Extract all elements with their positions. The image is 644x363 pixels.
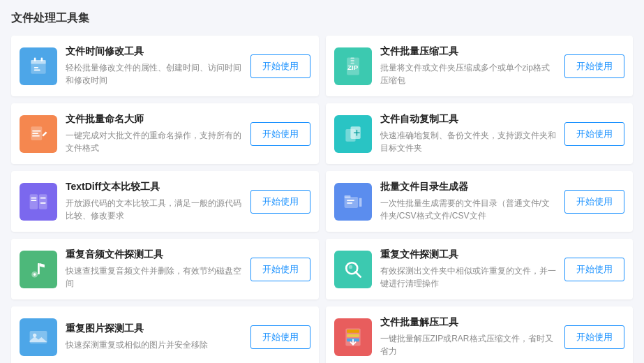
svg-rect-19 bbox=[31, 197, 36, 198]
tool-card-file-unzip: 文件批量解压工具一键批量解压ZIP或RAR格式压缩文件，省时又省力开始使用 bbox=[326, 306, 634, 363]
file-time-name: 文件时间修改工具 bbox=[66, 45, 242, 58]
audio-dup-name: 重复音频文件探测工具 bbox=[66, 249, 242, 261]
tool-card-file-zip: ZIP 文件批量压缩工具批量将文件或文件夹压缩成多个或单个zip格式压缩包开始使… bbox=[326, 36, 634, 96]
text-diff-name: TextDiff文本比较工具 bbox=[66, 181, 242, 193]
file-rename-name: 文件批量命名大师 bbox=[66, 113, 242, 126]
dir-gen-desc: 一次性批量生成需要的文件目录（普通文件/文件夹/CSV格式文件/CSV文件 bbox=[380, 197, 557, 222]
file-unzip-info: 文件批量解压工具一键批量解压ZIP或RAR格式压缩文件，省时又省力 bbox=[380, 316, 557, 357]
text-diff-start-button[interactable]: 开始使用 bbox=[250, 190, 310, 214]
file-unzip-desc: 一键批量解压ZIP或RAR格式压缩文件，省时又省力 bbox=[380, 332, 557, 357]
file-copy-desc: 快速准确地复制、备份文件夹，支持源文件夹和目标文件夹 bbox=[380, 129, 557, 154]
svg-rect-13 bbox=[32, 133, 38, 134]
file-rename-icon bbox=[20, 115, 57, 153]
img-dup-desc: 快速探测重复或相似的图片并安全移除 bbox=[66, 339, 242, 351]
file-time-icon bbox=[20, 47, 57, 85]
svg-point-29 bbox=[33, 273, 36, 276]
svg-rect-22 bbox=[40, 202, 46, 203]
file-rename-desc: 一键完成对大批文件的重命名操作，支持所有的文件格式 bbox=[66, 129, 242, 154]
svg-rect-3 bbox=[41, 57, 43, 61]
svg-line-32 bbox=[355, 272, 360, 276]
audio-dup-info: 重复音频文件探测工具快速查找重复音频文件并删除，有效节约磁盘空间 bbox=[66, 249, 242, 290]
file-zip-icon: ZIP bbox=[334, 47, 372, 85]
tool-card-audio-dup: 重复音频文件探测工具快速查找重复音频文件并删除，有效节约磁盘空间开始使用 bbox=[11, 239, 319, 299]
file-unzip-start-button[interactable]: 开始使用 bbox=[564, 325, 624, 349]
file-copy-name: 文件自动复制工具 bbox=[380, 113, 557, 126]
svg-rect-14 bbox=[32, 135, 40, 136]
file-time-info: 文件时间修改工具轻松批量修改文件的属性、创建时间、访问时间和修改时间 bbox=[66, 45, 242, 87]
file-time-start-button[interactable]: 开始使用 bbox=[250, 54, 310, 78]
tool-card-text-diff: TextDiff文本比较工具开放源代码的文本比较工具，满足一般的源代码比较、修改… bbox=[11, 171, 319, 232]
img-dup-start-button[interactable]: 开始使用 bbox=[250, 325, 310, 349]
svg-rect-4 bbox=[34, 66, 38, 68]
file-dup-name: 重复文件探测工具 bbox=[380, 249, 557, 261]
svg-rect-20 bbox=[31, 200, 36, 201]
tool-card-dir-gen: 批量文件目录生成器一次性批量生成需要的文件目录（普通文件/文件夹/CSV格式文件… bbox=[326, 171, 634, 232]
file-unzip-name: 文件批量解压工具 bbox=[380, 316, 557, 329]
dir-gen-icon bbox=[334, 183, 372, 221]
svg-rect-30 bbox=[38, 263, 40, 274]
audio-dup-icon bbox=[20, 251, 57, 288]
text-diff-info: TextDiff文本比较工具开放源代码的文本比较工具，满足一般的源代码比较、修改… bbox=[66, 181, 242, 222]
file-zip-name: 文件批量压缩工具 bbox=[380, 45, 557, 58]
tool-card-file-time: 文件时间修改工具轻松批量修改文件的属性、创建时间、访问时间和修改时间开始使用 bbox=[11, 36, 319, 96]
svg-rect-37 bbox=[347, 329, 359, 332]
img-dup-info: 重复图片探测工具快速探测重复或相似的图片并安全移除 bbox=[66, 323, 242, 351]
audio-dup-desc: 快速查找重复音频文件并删除，有效节约磁盘空间 bbox=[66, 265, 242, 290]
svg-rect-27 bbox=[347, 202, 352, 203]
svg-rect-26 bbox=[347, 200, 354, 201]
file-copy-info: 文件自动复制工具快速准确地复制、备份文件夹，支持源文件夹和目标文件夹 bbox=[380, 113, 557, 154]
svg-rect-9 bbox=[350, 60, 354, 61]
file-dup-start-button[interactable]: 开始使用 bbox=[564, 258, 624, 281]
file-dup-icon bbox=[334, 251, 372, 288]
file-dup-desc: 有效探测出文件夹中相似或许重复的文件，并一键进行清理操作 bbox=[380, 265, 557, 290]
file-unzip-icon bbox=[334, 318, 372, 356]
dir-gen-info: 批量文件目录生成器一次性批量生成需要的文件目录（普通文件/文件夹/CSV格式文件… bbox=[380, 181, 557, 222]
svg-rect-23 bbox=[344, 196, 358, 207]
file-copy-start-button[interactable]: 开始使用 bbox=[564, 122, 624, 146]
svg-rect-5 bbox=[34, 69, 40, 71]
text-diff-icon bbox=[20, 183, 57, 221]
svg-rect-2 bbox=[34, 57, 36, 61]
file-zip-start-button[interactable]: 开始使用 bbox=[564, 54, 624, 78]
tool-card-file-rename: 文件批量命名大师一键完成对大批文件的重命名操作，支持所有的文件格式开始使用 bbox=[11, 103, 319, 164]
img-dup-name: 重复图片探测工具 bbox=[66, 323, 242, 335]
svg-rect-8 bbox=[350, 57, 354, 59]
dir-gen-start-button[interactable]: 开始使用 bbox=[564, 190, 624, 214]
file-copy-icon bbox=[334, 115, 372, 153]
page-title: 文件处理工具集 bbox=[11, 11, 633, 26]
tool-card-file-copy: 文件自动复制工具快速准确地复制、备份文件夹，支持源文件夹和目标文件夹开始使用 bbox=[326, 103, 634, 164]
dir-gen-name: 批量文件目录生成器 bbox=[380, 181, 557, 193]
svg-text:ZIP: ZIP bbox=[347, 64, 359, 71]
audio-dup-start-button[interactable]: 开始使用 bbox=[250, 258, 310, 281]
file-rename-start-button[interactable]: 开始使用 bbox=[250, 122, 310, 146]
svg-rect-21 bbox=[40, 197, 46, 198]
svg-rect-25 bbox=[359, 198, 361, 206]
file-dup-info: 重复文件探测工具有效探测出文件夹中相似或许重复的文件，并一键进行清理操作 bbox=[380, 249, 557, 290]
svg-point-33 bbox=[348, 265, 352, 268]
svg-rect-12 bbox=[32, 130, 40, 131]
svg-rect-24 bbox=[344, 195, 350, 198]
svg-rect-18 bbox=[39, 194, 47, 209]
file-zip-info: 文件批量压缩工具批量将文件或文件夹压缩成多个或单个zip格式压缩包 bbox=[380, 45, 557, 87]
file-time-desc: 轻松批量修改文件的属性、创建时间、访问时间和修改时间 bbox=[66, 61, 242, 87]
svg-rect-1 bbox=[31, 60, 45, 64]
svg-rect-10 bbox=[350, 62, 354, 64]
img-dup-icon bbox=[20, 318, 57, 356]
file-rename-info: 文件批量命名大师一键完成对大批文件的重命名操作，支持所有的文件格式 bbox=[66, 113, 242, 154]
tools-grid: 文件时间修改工具轻松批量修改文件的属性、创建时间、访问时间和修改时间开始使用 Z… bbox=[11, 36, 633, 363]
svg-rect-38 bbox=[347, 334, 359, 336]
tool-card-img-dup: 重复图片探测工具快速探测重复或相似的图片并安全移除开始使用 bbox=[11, 306, 319, 363]
svg-rect-17 bbox=[30, 194, 38, 209]
file-zip-desc: 批量将文件或文件夹压缩成多个或单个zip格式压缩包 bbox=[380, 61, 557, 87]
text-diff-desc: 开放源代码的文本比较工具，满足一般的源代码比较、修改要求 bbox=[66, 197, 242, 222]
tool-card-file-dup: 重复文件探测工具有效探测出文件夹中相似或许重复的文件，并一键进行清理操作开始使用 bbox=[326, 239, 634, 299]
